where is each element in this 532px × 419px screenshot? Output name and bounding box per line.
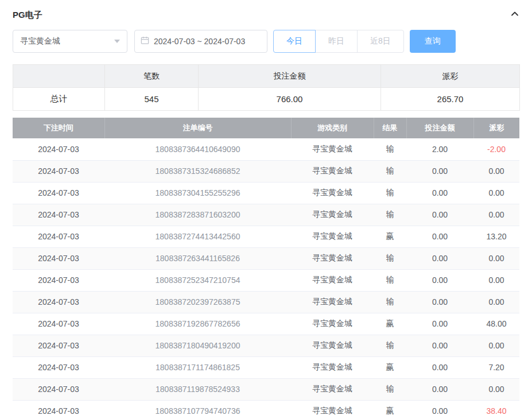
game-type-cell: 寻宝黄金城 xyxy=(291,247,374,269)
bet-time-cell: 2024-07-03 xyxy=(13,400,104,419)
summary-table: 笔数 投注金额 派彩 总计 545 766.00 265.70 xyxy=(13,64,520,111)
bet-amount-cell: 0.00 xyxy=(406,400,473,419)
bet-amount-cell: 0.00 xyxy=(406,291,473,313)
table-row: 2024-07-031808387107794740736寻宝黄金城赢0.003… xyxy=(13,400,519,419)
header-bet-id: 注单编号 xyxy=(104,118,291,138)
bet-id-cell: 1808387364410649090 xyxy=(104,138,291,160)
bet-id-cell: 1808387107794740736 xyxy=(104,400,291,419)
bets-header-row: 下注时间 注单编号 游戏类别 结果 投注金额 派彩 xyxy=(13,118,519,138)
quick-filter-button-2[interactable]: 近8日 xyxy=(357,30,404,53)
bet-amount-cell: 0.00 xyxy=(406,247,473,269)
game-type-cell: 寻宝黄金城 xyxy=(291,226,374,247)
payout-cell: 0.00 xyxy=(473,160,519,182)
bets-table-body: 2024-07-031808387364410649090寻宝黄金城输2.00-… xyxy=(13,138,519,419)
bet-id-cell: 1808387171174861825 xyxy=(104,356,291,378)
header-game-type: 游戏类别 xyxy=(291,118,374,138)
calendar-icon xyxy=(141,36,149,46)
bet-time-cell: 2024-07-03 xyxy=(13,313,104,335)
table-row: 2024-07-031808387202397263875寻宝黄金城输0.000… xyxy=(13,291,519,313)
bet-time-cell: 2024-07-03 xyxy=(13,269,104,291)
table-row: 2024-07-031808387119878524933寻宝黄金城输0.000… xyxy=(13,378,519,400)
payout-cell: 0.00 xyxy=(473,204,519,226)
payout-cell: 38.40 xyxy=(473,400,519,419)
result-cell: 输 xyxy=(374,378,406,400)
chevron-down-icon xyxy=(114,40,120,43)
bet-amount-cell: 0.00 xyxy=(406,356,473,378)
bet-amount-cell: 0.00 xyxy=(406,269,473,291)
table-row: 2024-07-031808387192867782656寻宝黄金城赢0.004… xyxy=(13,313,519,335)
bet-amount-cell: 2.00 xyxy=(406,138,473,160)
bet-amount-cell: 0.00 xyxy=(406,204,473,226)
filter-bar: 寻宝黄金城 2024-07-03 ~ 2024-07-03 今日昨日近8日 查询 xyxy=(13,30,519,53)
summary-header-payout: 派彩 xyxy=(381,65,520,88)
summary-total-label: 总计 xyxy=(13,88,105,111)
payout-cell: 0.00 xyxy=(473,269,519,291)
result-cell: 输 xyxy=(374,160,406,182)
result-cell: 输 xyxy=(374,335,406,356)
result-cell: 输 xyxy=(374,247,406,269)
payout-cell: 0.00 xyxy=(473,247,519,269)
header-bet-amount: 投注金额 xyxy=(406,118,473,138)
bet-id-cell: 1808387274413442560 xyxy=(104,226,291,247)
summary-total-bet-amount: 766.00 xyxy=(199,88,381,111)
panel-header: PG电子 xyxy=(13,7,519,23)
payout-cell: 0.00 xyxy=(473,291,519,313)
header-payout: 派彩 xyxy=(473,118,519,138)
page-title: PG电子 xyxy=(13,10,42,21)
game-type-cell: 寻宝黄金城 xyxy=(291,313,374,335)
game-type-cell: 寻宝黄金城 xyxy=(291,160,374,182)
game-type-cell: 寻宝黄金城 xyxy=(291,269,374,291)
bet-amount-cell: 0.00 xyxy=(406,182,473,204)
game-type-cell: 寻宝黄金城 xyxy=(291,291,374,313)
payout-cell: 13.20 xyxy=(473,226,519,247)
table-row: 2024-07-031808387171174861825寻宝黄金城赢0.007… xyxy=(13,356,519,378)
table-row: 2024-07-031808387252347210754寻宝黄金城输0.000… xyxy=(13,269,519,291)
bets-table: 下注时间 注单编号 游戏类别 结果 投注金额 派彩 2024-07-031808… xyxy=(13,118,519,419)
bet-time-cell: 2024-07-03 xyxy=(13,291,104,313)
bet-amount-cell: 0.00 xyxy=(406,335,473,356)
payout-cell: 48.00 xyxy=(473,313,519,335)
bet-time-cell: 2024-07-03 xyxy=(13,204,104,226)
date-range-value: 2024-07-03 ~ 2024-07-03 xyxy=(154,37,245,46)
bet-id-cell: 1808387263441165826 xyxy=(104,247,291,269)
payout-cell: 0.00 xyxy=(473,378,519,400)
result-cell: 赢 xyxy=(374,226,406,247)
result-cell: 输 xyxy=(374,204,406,226)
payout-cell: 0.00 xyxy=(473,335,519,356)
table-row: 2024-07-031808387180490419200寻宝黄金城输0.000… xyxy=(13,335,519,356)
quick-filter-button-1[interactable]: 昨日 xyxy=(315,30,358,53)
pg-games-panel: PG电子 寻宝黄金城 2024-07-03 ~ 2024-07-03 今日昨日近… xyxy=(0,0,532,419)
summary-total-row: 总计 545 766.00 265.70 xyxy=(13,88,520,111)
bet-amount-cell: 0.00 xyxy=(406,160,473,182)
search-button[interactable]: 查询 xyxy=(410,30,456,53)
table-row: 2024-07-031808387304155255296寻宝黄金城输0.000… xyxy=(13,182,519,204)
date-range-input[interactable]: 2024-07-03 ~ 2024-07-03 xyxy=(134,30,267,53)
bet-id-cell: 1808387304155255296 xyxy=(104,182,291,204)
collapse-panel-button[interactable] xyxy=(510,9,519,21)
bet-time-cell: 2024-07-03 xyxy=(13,182,104,204)
game-select[interactable]: 寻宝黄金城 xyxy=(13,30,127,53)
payout-cell: 0.00 xyxy=(473,182,519,204)
table-row: 2024-07-031808387263441165826寻宝黄金城输0.000… xyxy=(13,247,519,269)
bet-amount-cell: 0.00 xyxy=(406,226,473,247)
bet-id-cell: 1808387202397263875 xyxy=(104,291,291,313)
quick-filter-button-0[interactable]: 今日 xyxy=(273,30,316,53)
result-cell: 输 xyxy=(374,138,406,160)
game-type-cell: 寻宝黄金城 xyxy=(291,356,374,378)
summary-corner-cell xyxy=(13,65,105,88)
summary-header-count: 笔数 xyxy=(105,65,199,88)
summary-total-payout: 265.70 xyxy=(381,88,520,111)
result-cell: 赢 xyxy=(374,356,406,378)
game-type-cell: 寻宝黄金城 xyxy=(291,335,374,356)
payout-cell: -2.00 xyxy=(473,138,519,160)
bet-amount-cell: 0.00 xyxy=(406,313,473,335)
game-select-value: 寻宝黄金城 xyxy=(20,36,60,46)
bet-id-cell: 1808387283871603200 xyxy=(104,204,291,226)
game-type-cell: 寻宝黄金城 xyxy=(291,204,374,226)
header-result: 结果 xyxy=(374,118,406,138)
bet-time-cell: 2024-07-03 xyxy=(13,138,104,160)
bet-id-cell: 1808387119878524933 xyxy=(104,378,291,400)
table-row: 2024-07-031808387315324686852寻宝黄金城输0.000… xyxy=(13,160,519,182)
bet-time-cell: 2024-07-03 xyxy=(13,335,104,356)
game-type-cell: 寻宝黄金城 xyxy=(291,182,374,204)
